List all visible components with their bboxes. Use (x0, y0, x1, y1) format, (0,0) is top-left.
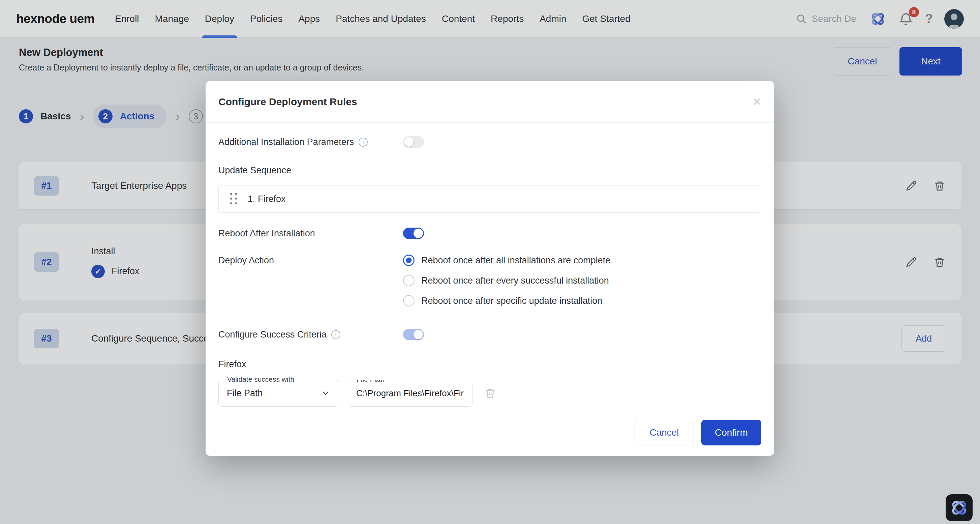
radio-reboot-once-after-all[interactable]: Reboot once after all installations are … (403, 255, 610, 266)
modal-title: Configure Deployment Rules (218, 96, 357, 108)
info-icon[interactable]: i (359, 138, 368, 147)
validate-success-with-select[interactable]: Validate success with File Path (218, 380, 339, 407)
app-name-label: Firefox (218, 359, 761, 370)
modal-cancel-button[interactable]: Cancel (635, 420, 694, 446)
configure-success-criteria-label: Configure Success Criteria (218, 330, 326, 340)
radio-reboot-after-every-successful[interactable]: Reboot once after every successful insta… (403, 275, 610, 286)
reboot-after-installation-label: Reboot After Installation (218, 228, 315, 239)
sequence-item-firefox[interactable]: 1. Firefox (218, 185, 761, 213)
reboot-after-installation-row: Reboot After Installation (218, 228, 761, 239)
drag-handle-icon[interactable] (230, 193, 238, 205)
remove-criteria-trash-icon[interactable] (484, 387, 497, 400)
deploy-action-radio-group: Reboot once after all installations are … (403, 255, 610, 306)
close-icon[interactable]: ✕ (752, 96, 761, 107)
modal-confirm-button[interactable]: Confirm (701, 420, 761, 446)
file-path-label: File Path (353, 380, 388, 383)
radio-selected-icon (403, 255, 415, 266)
additional-installation-parameters-label: Additional Installation Parameters (218, 137, 354, 147)
reboot-after-installation-toggle[interactable] (403, 228, 424, 239)
chevron-down-icon (320, 388, 331, 398)
file-path-field: File Path (348, 380, 473, 407)
update-sequence-label: Update Sequence (218, 165, 761, 176)
configure-deployment-rules-modal: Configure Deployment Rules ✕ Additional … (205, 81, 774, 456)
configure-success-criteria-toggle[interactable] (403, 329, 424, 340)
file-path-input[interactable] (356, 388, 464, 398)
validate-success-with-label: Validate success with (224, 375, 297, 383)
additional-installation-parameters-toggle[interactable] (403, 136, 424, 148)
configure-success-criteria-row: Configure Success Criteria i (218, 329, 761, 340)
radio-reboot-after-specific-update[interactable]: Reboot once after specific update instal… (403, 295, 610, 306)
info-icon[interactable]: i (331, 330, 340, 339)
radio-unselected-icon (403, 295, 415, 306)
success-criteria-fields: Validate success with File Path File Pat… (218, 380, 761, 407)
deploy-action-row: Deploy Action Reboot once after all inst… (218, 255, 761, 306)
radio-unselected-icon (403, 275, 415, 286)
deploy-action-label: Deploy Action (218, 255, 274, 266)
sequence-item-label: 1. Firefox (248, 194, 286, 204)
validate-success-with-value: File Path (227, 388, 263, 398)
additional-installation-parameters-row: Additional Installation Parameters i (218, 136, 761, 148)
hexnode-chat-widget-icon[interactable] (946, 494, 973, 521)
